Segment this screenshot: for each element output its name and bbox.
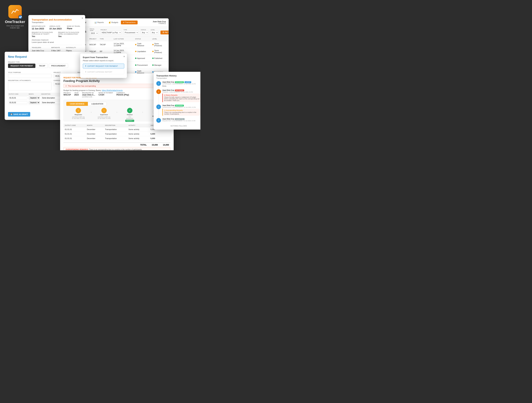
output-desc-input[interactable] — [41, 101, 61, 104]
meta-mode-payment-value: CASH — [99, 94, 113, 96]
transport-modal-title: Transportation and Accommodation — [32, 18, 82, 21]
detail-code: 01.01.01 — [63, 132, 85, 136]
trans-col-level: LEVEL — [151, 37, 169, 41]
remark-title: ⬅ Return Remarks — [164, 94, 200, 96]
history-meta: SUPERVISOR • CASH ADVANCE • 12 Jun 2023,… — [162, 107, 200, 108]
output-code-input[interactable] — [9, 96, 27, 99]
save-icon: 💾 — [10, 113, 13, 115]
btn-procurement[interactable]: PROCUREMENT — [49, 64, 68, 68]
export-rfp-button[interactable]: ⬇ EXPORT REQUEST FOR PAYMENT — [83, 64, 124, 69]
history-panel-close[interactable]: × — [200, 73, 200, 76]
wf-step-finance-label: Finance — [127, 114, 133, 115]
history-avatar: i — [156, 118, 161, 123]
meta-requested-by-value: Juan Dela C... — [82, 94, 95, 96]
trans-level: Published — [151, 55, 169, 62]
transport-modal-subtitle: Transportation — [32, 21, 82, 23]
history-item: i Juan Dela CruzREVIEWEDLATEST SUPERVISO… — [156, 81, 200, 87]
wf-step-requestor-sub: juandelacruz@fh.org21 Jun 2023, 9:17PM — [72, 116, 85, 119]
detail-r — [164, 132, 170, 136]
export-modal: × Export from Transaction Please select … — [80, 53, 127, 78]
tab-reports[interactable]: 📊 Reports — [92, 20, 106, 24]
travelers-col-bd: BIRTHDATE — [51, 47, 66, 49]
save-draft-label: SAVE AS DRAFT — [13, 113, 28, 115]
user-info: Juan Dela Cruz FINANCE — [153, 20, 166, 24]
history-avatar: i — [156, 81, 161, 86]
history-badge: RETURNED — [175, 89, 184, 91]
trans-level: Manager — [151, 62, 169, 69]
wf-step-finance: ✓ Finance YOU[PENDING] PENDING 1 — [118, 108, 142, 119]
detail-activity: Some activity — [127, 132, 149, 136]
trans-project: WSCAP — [88, 41, 98, 48]
output-month-select[interactable]: September — [29, 101, 40, 104]
req-hotel-label: REQUEST FH TO FACILITATE HOTEL ACCOMMODA… — [58, 31, 82, 35]
req-ticket-value: Yes — [32, 35, 56, 38]
wf-tab-liquidation[interactable]: LIQUIDATION — [88, 102, 107, 106]
new-request-title: New Request — [8, 55, 88, 59]
type-filter-select[interactable]: Procurement — [124, 31, 139, 34]
trans-level: Yours (Finance) — [151, 48, 169, 55]
request-type-label: REQUEST TYPE — [8, 61, 68, 63]
output-desc-input[interactable] — [41, 96, 61, 99]
output-month: September — [28, 96, 41, 100]
app-subtitle: One-stop budget and outputs app. — [3, 25, 27, 29]
app-icon — [8, 5, 22, 18]
meta-requested-email: juandelacruz@... — [82, 96, 95, 98]
status-filter-label: STATUS — [141, 29, 149, 31]
user-role: FINANCE — [153, 23, 166, 24]
overspend-remark-label: OVERSPENDING REMARKS: — [66, 149, 89, 150]
reports-icon: 📊 — [94, 21, 97, 24]
project-filter-select[interactable]: HEALTH/AP La Paz — [101, 31, 121, 34]
detail-total-row: TOTAL 15,000 14,000 — [63, 142, 170, 147]
detail-code: 01.01.01 — [63, 136, 85, 141]
detail-month: December — [85, 127, 103, 132]
history-name: Juan Dela CruzREVIEWEDLATEST — [162, 81, 200, 83]
trans-level: Yours (Finance) — [151, 41, 169, 48]
detail-code: 01.01.01 — [63, 127, 85, 132]
history-items: i Juan Dela CruzREVIEWEDLATEST SUPERVISO… — [156, 81, 200, 123]
export-expense-label: EXPORT EXPENSE REPORT — [88, 71, 112, 73]
budget-link[interactable]: https://link/to/attachments — [102, 89, 123, 91]
status-filter-select[interactable]: Any — [141, 31, 149, 34]
history-meta: REQUESTOR • CASH ADVANCE • 12 Jun 2023, … — [162, 120, 200, 121]
tab-budgets[interactable]: 💰 Budgets — [107, 20, 120, 24]
detail-total-label: TOTAL — [140, 144, 147, 146]
title-purpose-input[interactable] — [8, 74, 52, 78]
wf-step-finance-sub: YOU[PENDING] — [126, 116, 133, 119]
departure-date-label: DEPARTURE DATE — [32, 25, 47, 27]
export-modal-desc: Please select which report/s to export. — [83, 60, 124, 62]
trans-status: Approved — [133, 55, 151, 62]
wf-tab-cash-advance[interactable]: CASH ADVANCE — [66, 102, 88, 106]
overspend-remark: OVERSPENDING REMARKS: There is an oversp… — [63, 147, 170, 150]
detail-col: OUTPUT CODE — [63, 124, 85, 127]
tab-transactions[interactable]: ⇄ Transactions — [121, 20, 138, 24]
history-name: Juan Dela CruzREVIEWED — [162, 105, 200, 107]
save-draft-button[interactable]: 💾 SAVE AS DRAFT — [8, 112, 30, 117]
budgets-icon: 💰 — [108, 21, 111, 24]
description-textarea[interactable] — [8, 82, 52, 90]
btn-tacap[interactable]: TACAP — [36, 64, 48, 68]
history-line — [158, 86, 159, 89]
workflow-tabs: CASH ADVANCE LIQUIDATION — [66, 102, 167, 106]
detail-col: DESCRIPTION — [104, 124, 127, 127]
history-panel: × Transaction History Transportation i J… — [154, 72, 200, 130]
btn-rfp[interactable]: REQUEST FOR PAYMENT — [8, 64, 35, 68]
export-expense-button[interactable]: ⬇ EXPORT EXPENSE REPORT — [83, 69, 124, 74]
transport-modal-close[interactable]: × — [82, 17, 83, 20]
output-month-select[interactable]: September — [29, 96, 40, 100]
export-modal-close[interactable]: × — [123, 55, 125, 58]
trans-status: Procurement — [133, 62, 151, 69]
output-code-input[interactable] — [9, 101, 27, 104]
output-code — [8, 100, 28, 105]
meta-currency-label: CURRENCY — [116, 92, 129, 94]
export-expense-icon: ⬇ — [85, 71, 87, 73]
detail-row: 01.01.01 December Transportation Some ac… — [63, 132, 170, 136]
req-ticket-label: REQUEST FH TO FACILITATE PURCHASE OF TIC… — [32, 31, 56, 35]
level-filter-select[interactable]: Any — [151, 31, 158, 34]
fiscal-year-select[interactable]: 2023 — [90, 31, 99, 35]
filter-button[interactable]: ☰ FILTER — [160, 31, 169, 34]
trans-col-last-action: LAST ACTION — [112, 37, 133, 41]
history-panel-title: Transaction History — [156, 75, 200, 77]
description-label: DESCRIPTION / ATTACHMENTS — [8, 80, 52, 81]
project-label: PROJECT — [54, 72, 75, 73]
history-content: Juan Dela CruzREVIEWEDLATEST SUPERVISOR … — [162, 81, 200, 87]
